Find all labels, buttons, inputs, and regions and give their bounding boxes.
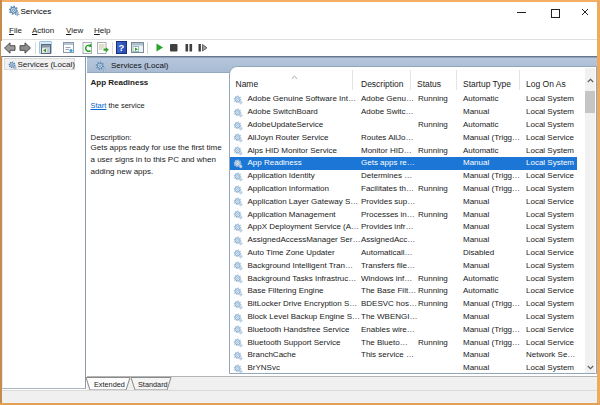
svg-text:?: ? — [118, 42, 124, 53]
